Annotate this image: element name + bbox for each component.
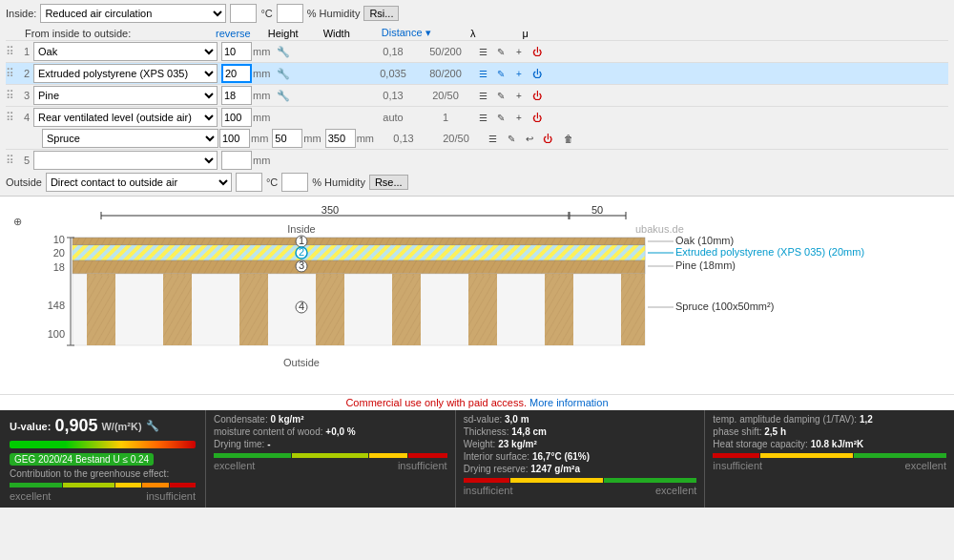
sublayer-trash-btn[interactable]: 🗑 [560, 130, 577, 147]
sublayer-mu: 20/50 [427, 133, 485, 144]
metrics-col-3: temp. amplitude damping (1/TAV): 1,2 pha… [704, 410, 954, 508]
weight-value: 23 kg/m² [498, 439, 537, 449]
heat-storage-value: 10.8 kJ/m²K [811, 439, 864, 449]
commercial-link[interactable]: More information [529, 397, 609, 408]
material-select-1[interactable]: Oak [33, 42, 218, 61]
sublayer-height-input[interactable] [219, 129, 250, 148]
add-btn-1[interactable]: + [510, 43, 528, 60]
geg-badge: GEG 2020/24 Bestand U ≤ 0.24 [10, 453, 154, 466]
drag-handle-1[interactable]: ⠿ [6, 45, 14, 58]
sublayer-material-select[interactable]: Spruce [42, 129, 218, 148]
dim-148: 148 [48, 300, 65, 311]
edit-btn-4[interactable]: ✎ [492, 109, 509, 126]
interior-value: 16,7°C (61%) [532, 451, 590, 462]
sublayer-width-input[interactable] [272, 129, 302, 148]
drying-reserve-label: Drying reserve: [464, 464, 529, 474]
row-num-5: 5 [14, 155, 33, 166]
delete-btn-2[interactable]: ⏻ [529, 65, 546, 82]
sublayer-dist-input[interactable] [325, 129, 356, 148]
sd-label: sd-value: [464, 414, 503, 425]
interior-item: Interior surface: 16,7°C (61%) [464, 451, 697, 462]
height-input-1[interactable] [221, 42, 252, 61]
drag-handle-2[interactable]: ⠿ [6, 67, 14, 80]
phase-shift-item: phase shift: 2,5 h [713, 426, 946, 437]
col-header-distance[interactable]: Distance ▾ [363, 27, 449, 39]
material-select-2[interactable]: Extruded polystyrene (XPS 035) [33, 64, 218, 83]
sublayer-delete-btn[interactable]: ⏻ [539, 130, 556, 147]
phase-shift-value: 2,5 h [764, 426, 786, 437]
height-input-5[interactable] [221, 151, 252, 170]
menu-btn-3[interactable]: ☰ [474, 87, 491, 104]
dim-20: 20 [53, 247, 65, 259]
rse-button[interactable]: Rse... [369, 175, 408, 190]
col-header-width: Width [310, 28, 363, 39]
actions-1: ☰ ✎ + ⏻ [474, 43, 546, 60]
lambda-val-3: 0,13 [369, 90, 417, 101]
rating-orange [142, 483, 168, 487]
drag-handle-3[interactable]: ⠿ [6, 89, 14, 102]
edit-btn-3[interactable]: ✎ [492, 87, 509, 104]
drag-handle-5[interactable]: ⠿ [6, 154, 14, 167]
temp-amp-item: temp. amplitude damping (1/TAV): 1,2 [713, 414, 946, 425]
sd-item: sd-value: 3,0 m [464, 414, 697, 425]
material-select-5[interactable] [33, 151, 218, 170]
moisture-label: moisture content of wood: [214, 426, 323, 437]
layer-icon-2[interactable]: 🔧 [274, 68, 293, 80]
wrench-icon[interactable]: 🔧 [146, 420, 159, 432]
height-input-2[interactable] [221, 64, 252, 83]
delete-btn-1[interactable]: ⏻ [529, 43, 546, 60]
dim-18: 18 [53, 261, 65, 273]
layer-icon-3[interactable]: 🔧 [274, 90, 293, 102]
moisture-item: moisture content of wood: +0,0 % [214, 426, 447, 437]
greenhouse-label: Contribution to the greenhouse effect: [10, 468, 196, 479]
outside-humidity-input[interactable]: 80 [281, 173, 308, 192]
actions-3: ☰ ✎ + ⏻ [474, 87, 546, 104]
reverse-link[interactable]: reverse [216, 28, 251, 39]
edit-btn-1[interactable]: ✎ [492, 43, 509, 60]
drag-handle-4[interactable]: ⠿ [6, 111, 14, 124]
metrics-col-1: Condensate: 0 kg/m² moisture content of … [205, 410, 455, 508]
sublayer-menu-btn[interactable]: ☰ [485, 130, 502, 147]
material-select-4[interactable]: Rear ventilated level (outside air) [33, 108, 218, 127]
rating-labels: excellent insufficient [10, 490, 196, 502]
menu-btn-1[interactable]: ☰ [474, 43, 491, 60]
rating-insufficient: insufficient [146, 490, 196, 502]
outside-label: Outside [6, 176, 42, 188]
edit-btn-2[interactable]: ✎ [492, 65, 509, 82]
col2-rating-excellent: excellent [655, 485, 696, 496]
outside-temp-input[interactable]: 6 [236, 173, 262, 192]
delete-btn-3[interactable]: ⏻ [529, 87, 546, 104]
mu-val-1: 50/200 [417, 46, 474, 57]
inside-condition-select[interactable]: Reduced air circulation [40, 4, 226, 23]
actions-4: ☰ ✎ + ⏻ [474, 109, 546, 126]
inside-temp-unit: °C [260, 8, 272, 19]
sublayer-undo-btn[interactable]: ↩ [521, 130, 538, 147]
row-num-4: 4 [14, 112, 33, 123]
col-header-mu: μ [497, 28, 554, 39]
outside-condition-select[interactable]: Direct contact to outside air [46, 173, 232, 192]
drying-value: - [267, 439, 270, 449]
add-btn-3[interactable]: + [510, 87, 528, 104]
sublayer-unit: mm [251, 133, 268, 144]
menu-btn-4[interactable]: ☰ [474, 109, 491, 126]
layer-row-4: ⠿ 4 Rear ventilated level (outside air) … [6, 106, 948, 128]
menu-btn-2[interactable]: ☰ [474, 65, 491, 82]
drying-reserve-value: 1247 g/m²a [530, 464, 580, 474]
height-input-4[interactable] [221, 108, 252, 127]
inside-humidity-input[interactable]: 50 [277, 4, 303, 23]
drying-label: Drying time: [214, 439, 264, 449]
add-btn-2[interactable]: + [510, 65, 528, 82]
height-input-3[interactable] [221, 86, 252, 105]
layer-icon-1[interactable]: 🔧 [274, 46, 293, 58]
zoom-icon[interactable]: ⊕ [13, 216, 22, 227]
inside-temp-input[interactable]: 20 [230, 4, 257, 23]
sublayer-edit-btn[interactable]: ✎ [503, 130, 520, 147]
condensate-item: Condensate: 0 kg/m² [214, 414, 447, 425]
material-select-3[interactable]: Pine [33, 86, 218, 105]
sublayer-row-spruce: Spruce mm mm mm 0,13 20/50 ☰ ✎ ↩ ⏻ 🗑 [6, 128, 948, 149]
inside-label: Inside: [6, 8, 36, 19]
rsi-button[interactable]: Rsi... [363, 6, 399, 21]
lambda-val-4: auto [369, 112, 417, 123]
delete-btn-4[interactable]: ⏻ [529, 109, 546, 126]
add-btn-4[interactable]: + [510, 109, 528, 126]
